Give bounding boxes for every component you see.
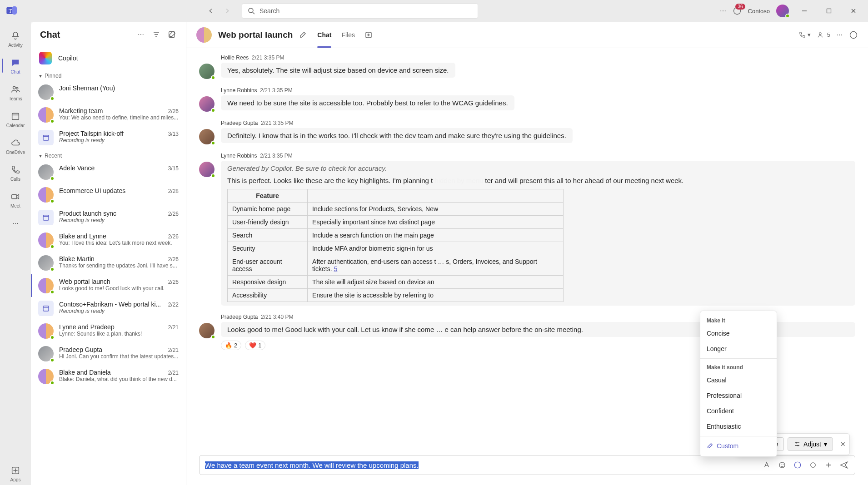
chat-list-item[interactable]: Web portal launch2/26Looks good to me! G… [31,274,186,297]
svg-point-3 [249,8,253,13]
table-row: Responsive designThe site will adjust si… [228,276,564,289]
nav-back-button[interactable] [204,4,218,18]
svg-rect-7 [827,9,831,13]
chat-list-item[interactable]: Lynne and Pradeep2/21Lynne: Sounds like … [31,320,186,342]
nav-forward-button [220,4,234,18]
table-header: Feature [228,189,308,203]
copilot-compose-icon[interactable] [792,460,803,470]
section-pinned-header[interactable]: ▾ Pinned [31,69,186,81]
chat-list-item[interactable]: Contoso+Fabrikam - Web portal ki...2/22R… [31,297,186,320]
message-bubble: Definitely. I know that is in the works … [221,128,573,143]
window-minimize-button[interactable] [795,4,813,18]
menu-concise[interactable]: Concise [700,326,777,341]
plus-icon[interactable] [823,460,834,470]
tab-files[interactable]: Files [341,22,355,48]
adjust-button[interactable]: Adjust ▾ [788,437,833,451]
emoji-icon[interactable] [777,460,788,470]
new-chat-icon[interactable] [166,29,178,40]
chat-list-item[interactable]: Adele Vance3/15 [31,161,186,183]
avatar [199,323,215,338]
svg-rect-10 [12,114,19,120]
menu-confident[interactable]: Confident [700,403,777,419]
conv-more-icon[interactable]: ⋯ [837,31,843,38]
notifications-button[interactable]: 36 [733,6,742,15]
rail-meet[interactable]: Meet [2,188,29,211]
avatar [199,96,215,112]
menu-professional[interactable]: Professional [700,388,777,403]
table-link[interactable]: 5 [334,265,338,272]
chat-list-item[interactable]: Blake Martin2/26Thanks for sending the u… [31,252,186,274]
compose-input[interactable]: We have a team event next month. We will… [205,461,757,469]
filter-icon[interactable] [150,29,162,40]
message-bubble: We need to be sure the site is accessibl… [221,95,514,110]
menu-custom[interactable]: Custom [700,438,777,454]
avatar [38,369,54,384]
rail-calendar[interactable]: Calendar [2,108,29,131]
chat-item-preview: Lynne: Sounds like a plan, thanks! [59,331,179,337]
avatar [38,107,54,123]
tab-add[interactable] [365,22,372,48]
sliders-icon [793,440,801,448]
table-cell: The site will adjust size based on devic… [308,276,564,289]
rail-teams[interactable]: Teams [2,81,29,104]
chat-item-name: Adele Vance [59,164,165,172]
search-input[interactable]: Search [242,3,478,19]
chat-item-date: 2/26 [168,108,179,114]
rail-onedrive[interactable]: OneDrive [2,134,29,158]
window-close-button[interactable] [844,4,863,18]
chat-list-item[interactable]: Pradeep Gupta2/21Hi Joni. Can you confir… [31,342,186,365]
table-cell: End-user account access [228,255,308,276]
chat-item-preview: Recording is ready [59,217,179,223]
avatar [38,255,54,271]
rail-calls[interactable]: Calls [2,161,29,184]
send-icon[interactable] [838,460,849,470]
close-icon[interactable]: ✕ [840,440,846,448]
section-recent-header[interactable]: ▾ Recent [31,149,186,161]
chat-list-panel: Chat ⋯ Copilot ▾ Pinned Joni Sherman (Yo… [31,22,186,485]
rail-chat[interactable]: Chat [2,54,29,77]
chat-list-item[interactable]: Blake and Daniela2/21Blake: Daniela, wha… [31,365,186,388]
menu-longer[interactable]: Longer [700,341,777,356]
copilot-pane-icon[interactable] [849,30,858,40]
reaction-fire[interactable]: 🔥 2 [221,341,241,350]
chat-item-preview: Thanks for sending the updates Joni. I'l… [59,262,179,269]
format-icon[interactable] [761,460,772,470]
rail-more[interactable]: ⋯ [2,215,29,232]
menu-enthusiastic[interactable]: Enthusiastic [700,419,777,434]
menu-header: Make it sound [700,361,777,372]
chat-more-icon[interactable]: ⋯ [135,29,147,40]
profile-avatar[interactable] [776,5,789,17]
people-count[interactable]: 5 [817,31,830,39]
svg-point-29 [781,464,782,465]
loop-icon[interactable] [808,460,818,470]
window-maximize-button[interactable] [820,4,838,18]
menu-casual[interactable]: Casual [700,372,777,388]
rail-apps[interactable]: Apps [2,462,29,485]
call-dropdown[interactable]: ▾ [798,31,811,39]
chat-list-item[interactable]: Ecommerce UI updates2/28 [31,183,186,206]
avatar [38,164,54,180]
chat-list-item[interactable]: Project Tailspin kick-off3/13Recording i… [31,126,186,149]
teams-app-icon: T [5,5,18,17]
reaction-heart[interactable]: ❤️ 1 [245,341,265,350]
message-item: Lynne Robbins 2/21 3:35 PMWe need to be … [199,87,855,112]
chat-list-item[interactable]: Blake and Lynne2/26You: I love this idea… [31,229,186,252]
chat-list-item[interactable]: Product launch sync2/26Recording is read… [31,206,186,229]
rail-activity[interactable]: Activity [2,27,29,50]
chat-item-name: Blake Martin [59,255,165,262]
table-header [308,189,564,203]
chat-item-date: 2/26 [168,211,179,217]
chat-item-name: Joni Sherman (You) [59,84,175,92]
chat-item-name: Blake and Lynne [59,233,165,240]
chat-list-item[interactable]: Joni Sherman (You) [31,81,186,104]
chat-item-date: 2/28 [168,188,179,194]
more-icon[interactable]: ⋯ [720,7,726,15]
table-cell: Ensure the site is accessible by referri… [308,289,564,302]
avatar [199,129,215,144]
tab-chat[interactable]: Chat [317,22,331,48]
chat-list-item[interactable]: Marketing team2/26You: We also need to d… [31,104,186,126]
copilot-entry[interactable]: Copilot [31,47,186,69]
compose-box[interactable]: We have a team event next month. We will… [199,455,855,475]
edit-title-icon[interactable] [299,31,306,39]
calendar-icon [38,130,54,145]
